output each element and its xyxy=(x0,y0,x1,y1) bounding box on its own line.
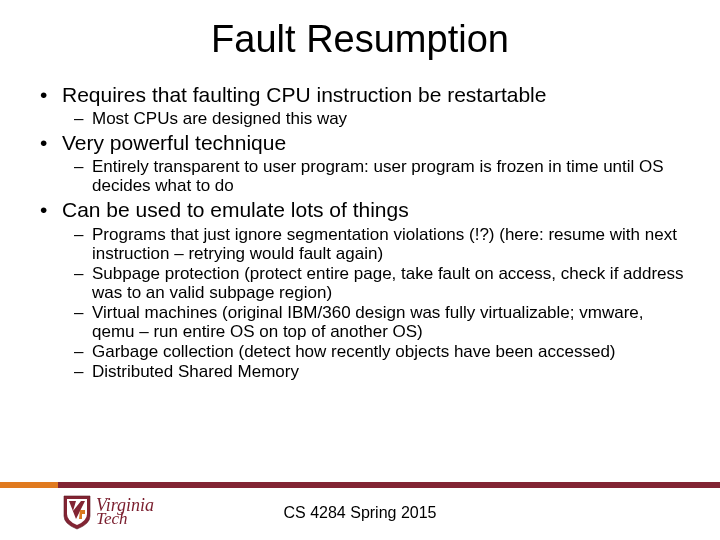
sub-list: Entirely transparent to user program: us… xyxy=(30,157,690,195)
divider-maroon xyxy=(0,482,720,488)
sub-item: Garbage collection (detect how recently … xyxy=(30,342,690,361)
bullet-list: Requires that faulting CPU instruction b… xyxy=(30,83,690,107)
sub-list: Programs that just ignore segmentation v… xyxy=(30,225,690,381)
bullet-text: Can be used to emulate lots of things xyxy=(62,198,409,221)
sub-item: Subpage protection (protect entire page,… xyxy=(30,264,690,302)
bullet-item: Very powerful technique xyxy=(30,131,690,155)
footer-divider xyxy=(0,482,720,488)
sub-item: Entirely transparent to user program: us… xyxy=(30,157,690,195)
slide: Fault Resumption Requires that faulting … xyxy=(0,0,720,540)
sub-list: Most CPUs are designed this way xyxy=(30,109,690,128)
bullet-text: Requires that faulting CPU instruction b… xyxy=(62,83,546,106)
sub-item: Programs that just ignore segmentation v… xyxy=(30,225,690,263)
sub-item: Distributed Shared Memory xyxy=(30,362,690,381)
bullet-list: Very powerful technique xyxy=(30,131,690,155)
sub-item: Most CPUs are designed this way xyxy=(30,109,690,128)
divider-orange xyxy=(0,482,58,488)
bullet-text: Very powerful technique xyxy=(62,131,286,154)
bullet-item: Requires that faulting CPU instruction b… xyxy=(30,83,690,107)
slide-title: Fault Resumption xyxy=(30,18,690,61)
bullet-list: Can be used to emulate lots of things xyxy=(30,198,690,222)
bullet-item: Can be used to emulate lots of things xyxy=(30,198,690,222)
sub-item: Virtual machines (original IBM/360 desig… xyxy=(30,303,690,341)
footer-text: CS 4284 Spring 2015 xyxy=(0,504,720,522)
